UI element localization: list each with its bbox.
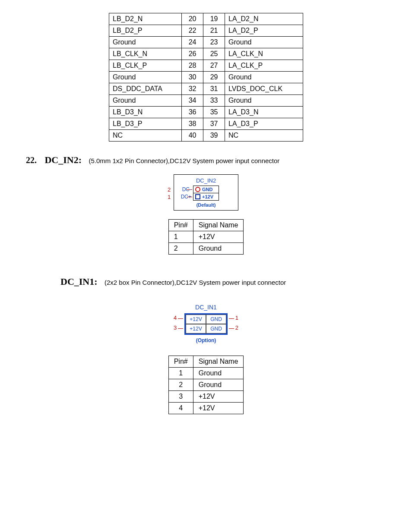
dc-in1-pin-table: Pin# Signal Name 1 Ground 2 Ground 3 +12… [168,356,244,414]
cell-pin-right: 19 [203,13,225,25]
section-description: (2x2 box Pin Connector),DC12V System pow… [105,279,286,286]
header-signal: Signal Name [193,220,244,231]
dc-in1-diagram: DC_IN1 4 3 1 2 +12V GND +12V GND (Option… [26,300,386,347]
gnd-circle-icon [195,187,200,192]
table-header: Pin# Signal Name [168,220,244,231]
pin-number-2: 2 [235,324,238,331]
pin-number-4: 4 [174,315,177,321]
table-row: DS_DDC_DATA3231LVDS_DOC_CLK [109,83,303,95]
table-row: 3 +12V [168,391,244,403]
diagram-title: DC_IN1 [171,304,241,311]
table-row: 1 Ground [168,368,244,379]
pin-line [229,318,234,319]
table-row: 2 Ground [168,243,244,255]
cell-12v: +12V [186,324,206,334]
signal-12v: +12V [202,194,213,199]
table-row: 1 +12V [168,231,244,243]
table-header: Pin# Signal Name [168,356,244,368]
cell-pin-left: 20 [182,13,203,25]
table-row: Ground3433Ground [109,95,303,107]
header-signal: Signal Name [193,356,244,368]
section-number: 22. [26,155,37,165]
table-row: NC4039NC [109,130,303,142]
table-row: Ground2423Ground [109,37,303,48]
pin-line [178,328,183,329]
pin-number-1: 1 [168,194,171,200]
dc-in2-diagram: DC_IN2 2 DC- GND 1 [26,174,386,211]
header-pin: Pin# [168,356,193,368]
table-row: 4 +12V [168,403,244,414]
cell-12v: +12V [186,315,206,324]
pin-number-3: 3 [174,324,177,331]
section-title: DC_IN2: [44,154,82,165]
pinout-table-top: LB_D2_N2019LA_D2_N LB_D2_P2221LA_D2_P Gr… [109,13,303,142]
table-row: LB_D2_N2019LA_D2_N [109,13,303,25]
pin-number-2: 2 [168,186,171,193]
cell-signal-right: LA_D2_N [225,13,303,25]
header-pin: Pin# [168,220,193,231]
section-title: DC_IN1: [60,276,98,287]
table-row: LB_D2_P2221LA_D2_P [109,25,303,37]
signal-gnd: GND [202,187,212,192]
pin-line [178,318,183,319]
table-row: Ground3029Ground [109,72,303,83]
pin-number-1: 1 [235,315,238,321]
diagram-title: DC_IN2 [174,177,238,184]
option-label: (Option) [171,337,241,343]
section-heading-dc-in2: 22. DC_IN2: (5.0mm 1x2 Pin Connector),DC… [26,154,386,166]
table-row: LB_CLK_N2625LA_CLK_N [109,48,303,60]
cell-signal-left: LB_D2_N [109,13,182,25]
pin-label-dc-plus: DC+ [172,194,191,200]
table-row: LB_D3_N3635LA_D3_N [109,107,303,118]
section-heading-dc-in1: DC_IN1: (2x2 box Pin Connector),DC12V Sy… [60,276,386,287]
v12-square-icon [195,194,200,199]
pin-label-dc-minus: DC- [172,186,191,192]
table-row: 2 Ground [168,379,244,391]
default-label: (Default) [174,202,238,208]
cell-gnd: GND [206,324,226,334]
cell-gnd: GND [206,315,226,324]
section-description: (5.0mm 1x2 Pin Connector),DC12V System p… [89,157,279,164]
table-row: LB_D3_P3837LA_D3_P [109,118,303,130]
dc-in2-pin-table: Pin# Signal Name 1 +12V 2 Ground [168,219,244,255]
pin-line [229,328,234,329]
table-row: LB_CLK_P2827LA_CLK_P [109,60,303,72]
